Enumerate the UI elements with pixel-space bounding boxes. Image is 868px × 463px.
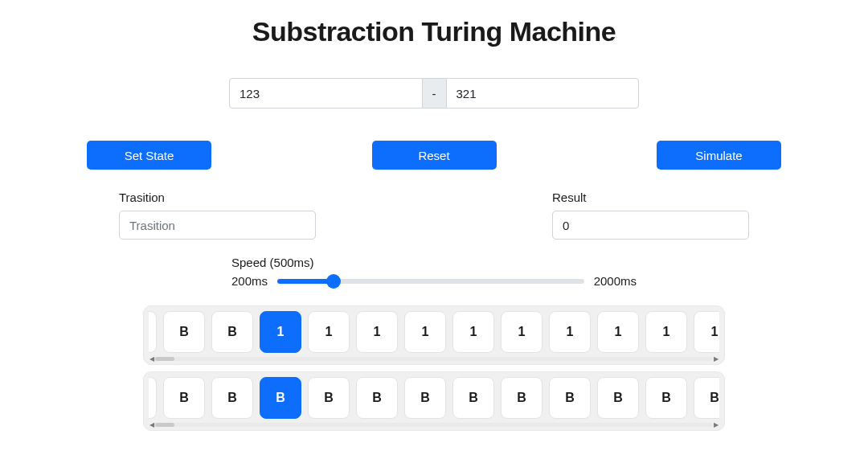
tape-cell: B bbox=[404, 377, 446, 419]
speed-row: 200ms 2000ms bbox=[231, 274, 637, 288]
tape-cell: B bbox=[597, 377, 639, 419]
tape-1-cells[interactable]: BB1111111111 bbox=[149, 311, 719, 353]
tape-cell: 1 bbox=[694, 311, 719, 353]
tape-cell-edge bbox=[149, 377, 157, 419]
operator-separator: - bbox=[423, 78, 446, 109]
second-operand-input[interactable] bbox=[446, 78, 640, 109]
tape-cell: B bbox=[549, 377, 591, 419]
tape-cell: B bbox=[452, 377, 494, 419]
scroll-left-icon[interactable]: ◀ bbox=[149, 421, 155, 428]
tape-cell: 1 bbox=[501, 311, 542, 353]
tape-1: BB1111111111◀▶ bbox=[143, 305, 725, 365]
reset-button[interactable]: Reset bbox=[372, 141, 497, 170]
page-title: Substraction Turing Machine bbox=[87, 16, 781, 47]
tape-scrollbar[interactable]: ◀▶ bbox=[149, 420, 719, 428]
tape-scrollbar[interactable]: ◀▶ bbox=[149, 354, 719, 363]
result-field: Result bbox=[552, 191, 749, 240]
scrollbar-track[interactable] bbox=[155, 423, 713, 427]
tape-cell: B bbox=[356, 377, 398, 419]
tape-cell: 1 bbox=[549, 311, 591, 353]
speed-slider[interactable] bbox=[277, 279, 584, 284]
tape-cell: B bbox=[694, 377, 719, 419]
speed-block: Speed (500ms) 200ms 2000ms bbox=[87, 256, 781, 299]
tape-cell: B bbox=[211, 311, 253, 353]
tape-cell: B bbox=[211, 377, 253, 419]
tape-cell: B bbox=[260, 377, 301, 419]
tape-cell: B bbox=[501, 377, 542, 419]
fields-row: Trasition Result bbox=[87, 191, 781, 240]
speed-label: Speed (500ms) bbox=[231, 256, 637, 269]
tape-2: BBBBBBBBBBBB◀▶ bbox=[143, 371, 725, 431]
tape-cell: 1 bbox=[452, 311, 494, 353]
speed-min-label: 200ms bbox=[231, 274, 268, 288]
tape-cell: B bbox=[163, 377, 205, 419]
tape-cell: B bbox=[308, 377, 350, 419]
speed-max-label: 2000ms bbox=[594, 274, 637, 288]
tape-cell: B bbox=[645, 377, 687, 419]
transition-field: Trasition bbox=[119, 191, 316, 240]
action-button-row: Set State Reset Simulate bbox=[87, 141, 781, 170]
tape-cell: 1 bbox=[597, 311, 639, 353]
transition-input[interactable] bbox=[119, 211, 316, 240]
result-input[interactable] bbox=[552, 211, 749, 240]
first-operand-input[interactable] bbox=[229, 78, 423, 109]
tape-cell: 1 bbox=[308, 311, 350, 353]
tape-cell: B bbox=[163, 311, 205, 353]
tape-cell-edge bbox=[149, 311, 157, 353]
simulate-button[interactable]: Simulate bbox=[657, 141, 781, 170]
scrollbar-thumb[interactable] bbox=[155, 423, 174, 427]
tape-2-cells[interactable]: BBBBBBBBBBBB bbox=[149, 377, 719, 419]
scrollbar-track[interactable] bbox=[155, 357, 713, 361]
tape-cell: 1 bbox=[404, 311, 446, 353]
scroll-right-icon[interactable]: ▶ bbox=[713, 421, 719, 428]
tape-cell: 1 bbox=[260, 311, 301, 353]
scroll-left-icon[interactable]: ◀ bbox=[149, 355, 155, 363]
operands-row: - bbox=[87, 78, 781, 109]
transition-label: Trasition bbox=[119, 191, 316, 204]
scroll-right-icon[interactable]: ▶ bbox=[713, 355, 719, 363]
scrollbar-thumb[interactable] bbox=[155, 357, 174, 361]
set-state-button[interactable]: Set State bbox=[87, 141, 211, 170]
operands-input-group: - bbox=[229, 78, 639, 109]
tape-cell: 1 bbox=[645, 311, 687, 353]
result-label: Result bbox=[552, 191, 749, 204]
tape-cell: 1 bbox=[356, 311, 398, 353]
